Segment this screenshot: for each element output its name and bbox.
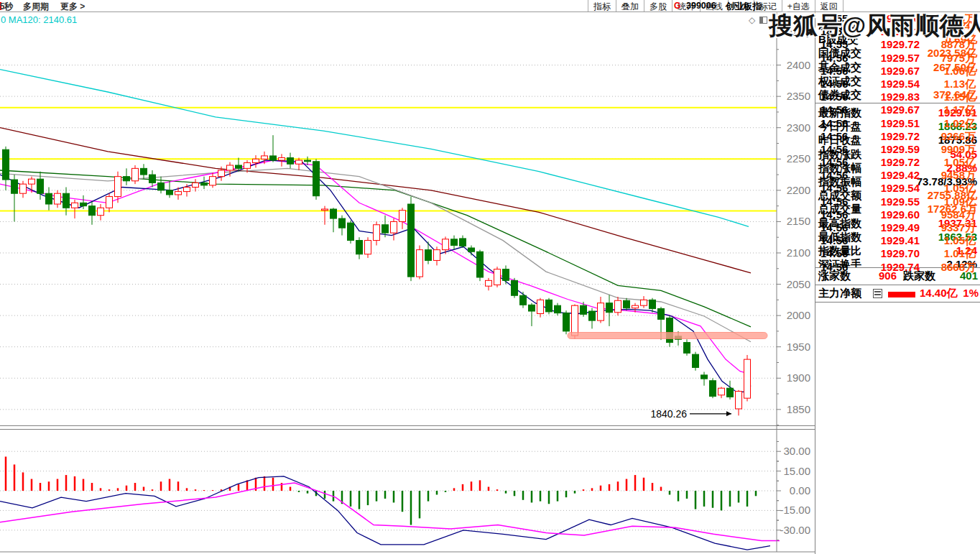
tick-price: 1929.49 bbox=[859, 221, 920, 234]
candle-body bbox=[339, 218, 346, 228]
tick-time: 14:56 bbox=[820, 78, 848, 91]
candle-body bbox=[305, 160, 311, 162]
y-axis-label: 2050 bbox=[787, 278, 810, 290]
candle-body bbox=[434, 250, 440, 261]
toolbar-button-叠加[interactable]: 叠加 bbox=[616, 0, 644, 11]
y-axis-label: 2300 bbox=[787, 121, 810, 134]
tick-price: 1929.42 bbox=[859, 169, 920, 182]
tick-time: 14:56 bbox=[820, 130, 848, 143]
tick-price: 1929.55 bbox=[859, 195, 920, 208]
candle-body bbox=[451, 239, 458, 246]
ma-indicator-label: 0 MA120: 2140.61 bbox=[1, 14, 77, 25]
candle-body bbox=[494, 269, 501, 285]
sub-axis-label: 0.00 bbox=[790, 484, 810, 497]
candle-body bbox=[296, 160, 302, 164]
y-axis-label: 1950 bbox=[787, 341, 810, 353]
candle-body bbox=[701, 375, 708, 379]
tick-list[interactable]: 14:551929.607836万14:551929.718948万14:551… bbox=[815, 12, 980, 264]
candle-body bbox=[658, 309, 665, 320]
candle-body bbox=[468, 248, 475, 251]
more-button[interactable]: 更多 > bbox=[60, 1, 85, 13]
tick-volume: 1.05亿 bbox=[918, 182, 976, 195]
diamond-icon[interactable]: ◇ bbox=[749, 15, 755, 25]
candle-body bbox=[408, 204, 415, 277]
tick-volume: 1.15亿 bbox=[918, 91, 976, 103]
dea-line bbox=[0, 483, 780, 540]
candle-body bbox=[132, 168, 139, 180]
toolbar-button-多股[interactable]: 多股 bbox=[644, 0, 672, 11]
candle-body bbox=[624, 300, 630, 308]
main-flow-label: 主力净额 bbox=[818, 287, 861, 300]
y-axis-label: 2350 bbox=[787, 90, 810, 102]
tick-row: 14:561929.671.17亿 bbox=[815, 103, 980, 116]
low-price-annotation: 1840.26 bbox=[650, 408, 687, 420]
tick-time: 14:56 bbox=[820, 195, 848, 208]
candle-body bbox=[227, 165, 234, 170]
tick-price: 1929.72 bbox=[859, 130, 920, 143]
candle-body bbox=[20, 184, 27, 193]
candle-body bbox=[11, 180, 18, 193]
tick-price: 1929.54 bbox=[859, 182, 920, 195]
tick-volume: 8668万 bbox=[918, 261, 976, 274]
quote-panel: A股成交3786.27亿B股成交0.69亿国债成交2023.58亿基金成交267… bbox=[815, 12, 980, 554]
tick-row: 14:561929.577975万 bbox=[815, 52, 980, 65]
split-window-icon[interactable] bbox=[759, 17, 767, 24]
candle-body bbox=[443, 239, 449, 250]
candle-body bbox=[374, 225, 380, 241]
y-axis-label: 1900 bbox=[787, 371, 810, 384]
tick-price: 1929.74 bbox=[859, 261, 920, 274]
grid-layer bbox=[0, 65, 777, 530]
stock-name: 创业板指 bbox=[726, 1, 762, 13]
candle-body bbox=[201, 183, 208, 185]
tick-price: 1929.54 bbox=[859, 78, 920, 91]
tick-volume: 1.06亿 bbox=[918, 65, 976, 78]
candle-body bbox=[727, 388, 734, 397]
candle-body bbox=[193, 183, 199, 187]
main-flow-value: 14.40亿 bbox=[920, 287, 958, 300]
stock-trading-app: 1840.26245024002350230022502200215021002… bbox=[0, 0, 980, 554]
support-line-band[interactable] bbox=[568, 333, 767, 339]
tick-row: 14:561929.671.06亿 bbox=[815, 65, 980, 78]
candle-body bbox=[89, 206, 96, 216]
tick-volume: 1.02亿 bbox=[918, 117, 976, 130]
toolbar-button-指标[interactable]: 指标 bbox=[588, 0, 616, 11]
tick-time: 14:56 bbox=[820, 156, 848, 169]
tick-time: 14:56 bbox=[820, 182, 848, 195]
candle-body bbox=[210, 177, 216, 185]
multi-period-button[interactable]: 多周期 bbox=[23, 1, 49, 13]
tick-time: 14:56 bbox=[820, 234, 848, 247]
tick-row: 14:561929.748668万 bbox=[815, 261, 980, 274]
period-selector[interactable]: 15秒 bbox=[0, 1, 13, 13]
tick-row: 14:561929.411.05亿 bbox=[815, 234, 980, 247]
candle-body bbox=[72, 203, 78, 208]
candle-body bbox=[253, 159, 259, 162]
tick-row: 14:561929.609584万 bbox=[815, 208, 980, 221]
y-axis-label: 2150 bbox=[787, 215, 810, 227]
candle-body bbox=[175, 192, 182, 195]
tick-price: 1929.57 bbox=[859, 52, 920, 65]
tick-time: 14:56 bbox=[820, 169, 848, 182]
candle-body bbox=[279, 158, 285, 160]
tick-row: 14:561929.599909万 bbox=[815, 143, 980, 156]
tick-time: 14:56 bbox=[820, 143, 848, 156]
tick-price: 1929.67 bbox=[859, 65, 920, 78]
list-icon[interactable] bbox=[873, 289, 882, 298]
candle-body bbox=[512, 280, 518, 295]
tick-volume: 9909万 bbox=[918, 143, 976, 156]
candle-body bbox=[98, 208, 104, 215]
candle-body bbox=[287, 158, 294, 165]
candle-body bbox=[365, 241, 371, 254]
y-axis-label: 2400 bbox=[787, 59, 810, 71]
tick-price: 1929.72 bbox=[859, 156, 920, 169]
tick-row: 14:561929.429458万 bbox=[815, 169, 980, 182]
y-axis-label: 2100 bbox=[787, 246, 810, 259]
candle-body bbox=[632, 305, 639, 308]
candle-body bbox=[486, 280, 492, 286]
tick-time: 14:56 bbox=[820, 117, 848, 130]
tick-time: 14:56 bbox=[820, 208, 848, 221]
candle-body bbox=[322, 209, 328, 211]
tick-row: 14:561929.499337万 bbox=[815, 221, 980, 234]
sub-axis-label: 15.00 bbox=[783, 465, 810, 477]
tick-price: 1929.83 bbox=[859, 91, 920, 103]
candle-body bbox=[218, 170, 225, 177]
